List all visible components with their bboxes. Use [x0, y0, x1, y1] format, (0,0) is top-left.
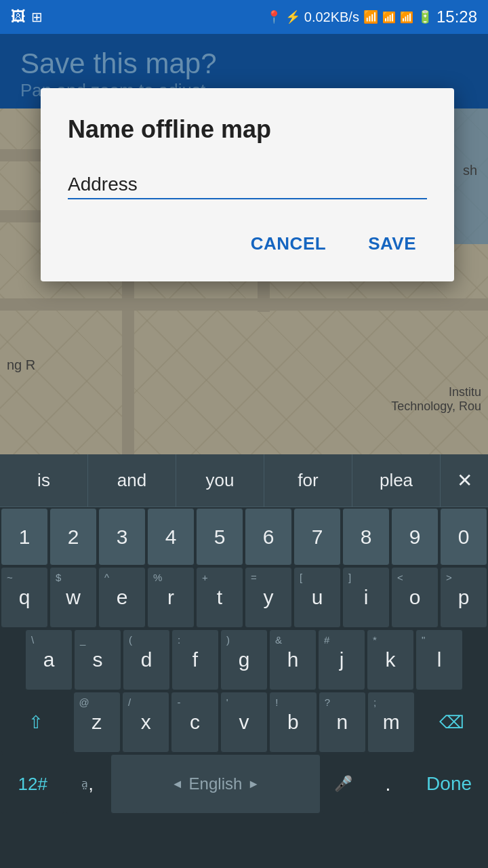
key-z[interactable]: @z [73, 692, 121, 753]
number-row: 1 2 3 4 5 6 7 8 9 0 [0, 507, 488, 566]
suggestion-row: is and you for plea ✕ [0, 454, 488, 507]
shift-key[interactable]: ⇧ [1, 692, 72, 753]
key-0[interactable]: 0 [440, 508, 487, 566]
suggestion-you[interactable]: you [176, 454, 264, 507]
lang-arrow-left: ◄ [171, 777, 184, 791]
backspace-key[interactable]: ⌫ [416, 692, 487, 753]
period-key[interactable]: . [367, 754, 410, 814]
zxcv-row: ⇧ @z /x -c 'v !b ?n ;m ⌫ [0, 691, 488, 753]
qwerty-row: ~q $w ^e %r +t =y [u ]i <o >p [0, 566, 488, 629]
grid-icon: ⊞ [31, 9, 43, 25]
key-u[interactable]: [u [293, 567, 341, 628]
key-v[interactable]: 'v [220, 692, 268, 753]
suggestion-for[interactable]: for [264, 454, 352, 507]
key-a[interactable]: \a [25, 629, 73, 690]
lang-arrow-right: ► [247, 777, 260, 791]
key-k[interactable]: *k [367, 629, 414, 690]
key-j[interactable]: #j [318, 629, 365, 690]
key-8[interactable]: 8 [342, 508, 390, 566]
key-i[interactable]: ]i [342, 567, 390, 628]
gallery-icon: 🖼 [11, 8, 26, 26]
bottom-row: 12# a̤ , ◄ English ► 🎤 . Done [0, 753, 488, 813]
key-x[interactable]: /x [122, 692, 169, 753]
dialog-input-container [68, 171, 427, 199]
key-l[interactable]: "l [415, 629, 463, 690]
numbers-key[interactable]: 12# [1, 754, 64, 814]
clock: 15:28 [436, 7, 477, 26]
suggestion-delete-button[interactable]: ✕ [441, 469, 488, 492]
key-t[interactable]: +t [196, 567, 243, 628]
battery-icon: 🔋 [418, 9, 432, 24]
mic-key[interactable]: 🎤 [322, 754, 365, 814]
suggestion-is[interactable]: is [0, 454, 88, 507]
status-right-icons: 📍 ⚡ 0.02KB/s 📶 📶 📶 🔋 15:28 [266, 7, 477, 26]
suggestion-and[interactable]: and [88, 454, 176, 507]
key-6[interactable]: 6 [245, 508, 292, 566]
location-icon: 📍 [266, 9, 281, 24]
status-left-icons: 🖼 ⊞ [11, 8, 43, 26]
dialog-buttons: CANCEL SAVE [68, 226, 427, 261]
key-o[interactable]: <o [391, 567, 439, 628]
status-bar: 🖼 ⊞ 📍 ⚡ 0.02KB/s 📶 📶 📶 🔋 15:28 [0, 0, 488, 34]
key-9[interactable]: 9 [391, 508, 439, 566]
key-m[interactable]: ;m [367, 692, 415, 753]
key-g[interactable]: )g [220, 629, 268, 690]
map-name-input[interactable] [68, 171, 427, 199]
signal-icon: 📶 [382, 11, 396, 24]
comma-key[interactable]: a̤ , [66, 754, 109, 814]
name-offline-map-dialog: Name offline map CANCEL SAVE [41, 88, 454, 281]
key-5[interactable]: 5 [196, 508, 243, 566]
key-d[interactable]: (d [123, 629, 170, 690]
key-4[interactable]: 4 [147, 508, 195, 566]
key-r[interactable]: %r [147, 567, 195, 628]
key-2[interactable]: 2 [49, 508, 97, 566]
key-w[interactable]: $w [49, 567, 97, 628]
signal2-icon: 📶 [400, 11, 413, 24]
save-button[interactable]: SAVE [357, 226, 427, 261]
bluetooth-icon: ⚡ [285, 9, 300, 24]
key-q[interactable]: ~q [1, 567, 48, 628]
cancel-button[interactable]: CANCEL [240, 226, 337, 261]
dialog-title: Name offline map [68, 115, 427, 144]
key-1[interactable]: 1 [1, 508, 48, 566]
key-y[interactable]: =y [245, 567, 292, 628]
key-n[interactable]: ?n [319, 692, 366, 753]
asdf-row: \a _s (d :f )g &h #j *k "l [0, 629, 488, 691]
language-label: English [189, 774, 243, 793]
key-f[interactable]: :f [171, 629, 219, 690]
key-b[interactable]: !b [269, 692, 317, 753]
key-e[interactable]: ^e [98, 567, 146, 628]
key-s[interactable]: _s [74, 629, 121, 690]
space-key[interactable]: ◄ English ► [110, 754, 321, 814]
key-7[interactable]: 7 [293, 508, 341, 566]
suggestion-plea[interactable]: plea [352, 454, 441, 507]
key-3[interactable]: 3 [98, 508, 146, 566]
key-p[interactable]: >p [440, 567, 487, 628]
keyboard: is and you for plea ✕ 1 2 3 4 5 6 7 8 9 … [0, 454, 488, 868]
done-key[interactable]: Done [411, 754, 487, 814]
wifi-icon: 📶 [363, 9, 378, 24]
key-c[interactable]: -c [171, 692, 218, 753]
key-h[interactable]: &h [269, 629, 317, 690]
network-speed: 0.02KB/s [304, 9, 359, 25]
